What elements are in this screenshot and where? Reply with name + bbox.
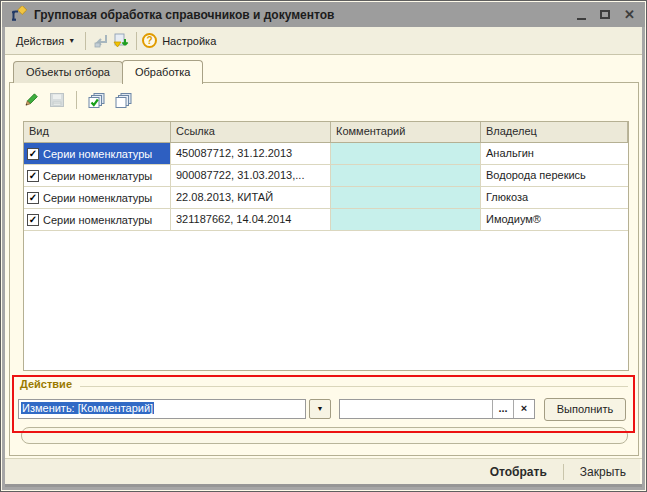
1c-app-icon (10, 6, 27, 23)
chevron-down-icon: ▼ (68, 37, 75, 44)
footer-bar: Отобрать Закрыть (5, 459, 640, 485)
row-checkbox[interactable]: ✓ (27, 192, 39, 204)
action-parameter-input[interactable] (340, 400, 492, 418)
stop-disabled-button (47, 90, 67, 110)
action-combobox[interactable]: Изменить: [Комментарий] (18, 399, 306, 419)
fill-icon (112, 33, 130, 49)
tab-processing[interactable]: Обработка (122, 60, 203, 84)
ellipsis-button[interactable]: ... (492, 400, 513, 418)
tab-selection-objects[interactable]: Объекты отбора (13, 61, 123, 83)
action-section: Действие Изменить: [Комментарий] ▼ ... ×… (12, 375, 635, 433)
owner-cell[interactable]: Анальгин (481, 143, 628, 164)
comment-cell[interactable] (331, 165, 481, 186)
toolbar-separator (85, 32, 86, 50)
link-cell[interactable]: 900087722, 31.03.2013,... (171, 165, 331, 186)
select-button[interactable]: Отобрать (484, 463, 553, 481)
combobox-dropdown-button[interactable]: ▼ (309, 399, 331, 419)
move-disabled-button (91, 31, 111, 51)
owner-cell[interactable]: Глюкоза (481, 187, 628, 208)
action-section-label: Действие (20, 378, 72, 390)
column-header-link[interactable]: Ссылка (171, 122, 331, 142)
set-checkmarks-button[interactable] (86, 90, 106, 110)
chevron-down-icon: ▼ (317, 405, 324, 412)
link-cell[interactable]: 321187662, 14.04.2014 (171, 209, 331, 230)
minimize-icon[interactable] (577, 18, 586, 20)
link-cell[interactable]: 22.08.2013, КИТАЙ (171, 187, 331, 208)
table-row[interactable]: ✓ Серии номенклатуры 321187662, 14.04.20… (24, 209, 628, 231)
kind-cell[interactable]: ✓ Серии номенклатуры (24, 165, 171, 186)
maximize-icon[interactable] (600, 10, 610, 19)
row-checkbox[interactable]: ✓ (27, 148, 39, 160)
help-icon[interactable]: ? (142, 33, 157, 48)
actions-menu-label: Действия (16, 35, 64, 47)
link-cell[interactable]: 450087712, 31.12.2013 (171, 143, 331, 164)
objects-table[interactable]: Вид Ссылка Комментарий Владелец ✓ Серии … (23, 121, 629, 371)
tab-processing-label: Обработка (135, 66, 190, 78)
parameter-field-group: ... × (339, 399, 535, 419)
clear-checkmarks-button[interactable] (113, 90, 133, 110)
kind-label: Серии номенклатуры (43, 148, 152, 160)
comment-cell[interactable] (331, 143, 481, 164)
app-window: Групповая обработка справочников и докум… (0, 0, 647, 492)
settings-label: Настройка (162, 35, 216, 47)
table-header: Вид Ссылка Комментарий Владелец (24, 122, 628, 143)
tab-selection-objects-label: Объекты отбора (26, 66, 110, 78)
titlebar: Групповая обработка справочников и докум… (2, 2, 645, 27)
move-disabled-icon (93, 33, 110, 49)
set-checkmarks-icon (87, 92, 106, 109)
window-title: Групповая обработка справочников и докум… (34, 8, 577, 22)
comment-cell[interactable] (331, 187, 481, 208)
settings-button[interactable]: Настройка (157, 33, 221, 49)
list-toolbar (20, 89, 133, 111)
kind-cell[interactable]: ✓ Серии номенклатуры (24, 187, 171, 208)
column-header-comment[interactable]: Комментарий (331, 122, 481, 142)
clear-checkmarks-icon (114, 92, 133, 109)
kind-label: Серии номенклатуры (43, 170, 152, 182)
group-divider (80, 386, 628, 387)
stop-disabled-icon (49, 92, 65, 108)
kind-cell-selected[interactable]: ✓ Серии номенклатуры (24, 143, 171, 164)
actions-menu-button[interactable]: Действия ▼ (11, 33, 80, 49)
table-row[interactable]: ✓ Серии номенклатуры 900087722, 31.03.20… (24, 165, 628, 187)
execute-button-label: Выполнить (557, 403, 613, 415)
kind-label: Серии номенклатуры (43, 214, 152, 226)
toolbar-separator (136, 32, 137, 50)
fill-button[interactable] (111, 31, 131, 51)
row-checkbox[interactable]: ✓ (27, 214, 39, 226)
owner-cell[interactable]: Водорода перекись (481, 165, 628, 186)
comment-cell[interactable] (331, 209, 481, 230)
table-row[interactable]: ✓ Серии номенклатуры 22.08.2013, КИТАЙ Г… (24, 187, 628, 209)
table-row[interactable]: ✓ Серии номенклатуры 450087712, 31.12.20… (24, 143, 628, 165)
edit-button[interactable] (20, 90, 40, 110)
action-combobox-value: Изменить: [Комментарий] (21, 402, 154, 414)
close-icon[interactable]: ✕ (624, 8, 635, 21)
column-header-owner[interactable]: Владелец (481, 122, 628, 142)
window-controls: ✕ (577, 8, 635, 21)
owner-cell[interactable]: Имодиум® (481, 209, 628, 230)
kind-label: Серии номенклатуры (43, 192, 152, 204)
column-header-kind[interactable]: Вид (24, 122, 171, 142)
main-toolbar: Действия ▼ ? Настройка (5, 27, 642, 55)
kind-cell[interactable]: ✓ Серии номенклатуры (24, 209, 171, 230)
pencil-icon (22, 92, 39, 109)
close-button[interactable]: Закрыть (574, 463, 632, 481)
footer-button-separator (563, 464, 564, 480)
toolbar-separator (76, 91, 77, 109)
execute-button[interactable]: Выполнить (544, 398, 626, 421)
row-checkbox[interactable]: ✓ (27, 170, 39, 182)
clear-icon[interactable]: × (513, 400, 534, 418)
